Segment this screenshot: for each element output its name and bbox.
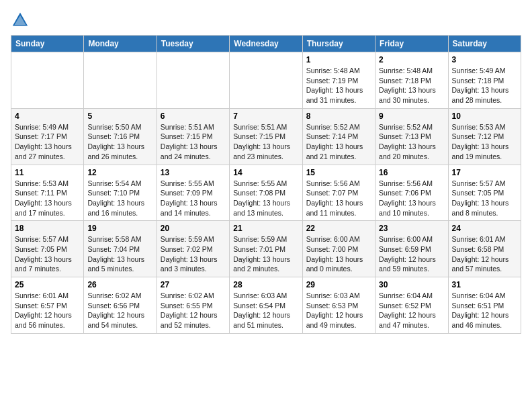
day-number: 8 (306, 111, 371, 121)
day-cell: 27Sunrise: 6:02 AM Sunset: 6:55 PM Dayli… (157, 277, 229, 334)
day-cell: 9Sunrise: 5:52 AM Sunset: 7:13 PM Daylig… (375, 108, 448, 165)
day-number: 22 (306, 224, 371, 233)
day-info: Sunrise: 6:00 AM Sunset: 7:00 PM Dayligh… (306, 234, 371, 274)
day-number: 7 (233, 111, 298, 121)
day-info: Sunrise: 5:57 AM Sunset: 7:05 PM Dayligh… (452, 179, 517, 218)
day-cell: 13Sunrise: 5:55 AM Sunset: 7:09 PM Dayli… (157, 165, 229, 221)
day-number: 4 (15, 111, 80, 121)
header-row: SundayMondayTuesdayWednesdayThursdayFrid… (11, 36, 521, 52)
day-cell: 23Sunrise: 6:00 AM Sunset: 6:59 PM Dayli… (375, 221, 448, 277)
day-number: 23 (379, 224, 444, 233)
day-cell: 20Sunrise: 5:59 AM Sunset: 7:02 PM Dayli… (157, 221, 229, 277)
day-info: Sunrise: 6:02 AM Sunset: 6:55 PM Dayligh… (161, 291, 226, 330)
day-info: Sunrise: 5:57 AM Sunset: 7:05 PM Dayligh… (15, 234, 80, 274)
day-number: 18 (15, 224, 80, 233)
day-info: Sunrise: 6:04 AM Sunset: 6:51 PM Dayligh… (452, 291, 517, 330)
day-cell: 12Sunrise: 5:54 AM Sunset: 7:10 PM Dayli… (84, 165, 157, 221)
day-cell: 19Sunrise: 5:58 AM Sunset: 7:04 PM Dayli… (84, 221, 157, 277)
page-header (11, 11, 521, 30)
day-info: Sunrise: 5:50 AM Sunset: 7:16 PM Dayligh… (87, 122, 152, 162)
day-number: 13 (161, 168, 226, 177)
day-cell: 14Sunrise: 5:55 AM Sunset: 7:08 PM Dayli… (230, 165, 302, 221)
day-number: 5 (87, 111, 152, 121)
day-cell: 28Sunrise: 6:03 AM Sunset: 6:54 PM Dayli… (230, 277, 302, 334)
day-info: Sunrise: 5:49 AM Sunset: 7:17 PM Dayligh… (15, 122, 80, 162)
day-number: 6 (161, 111, 226, 121)
day-number: 11 (15, 168, 80, 177)
column-header-tuesday: Tuesday (157, 36, 229, 52)
column-header-thursday: Thursday (302, 36, 375, 52)
week-row-2: 4Sunrise: 5:49 AM Sunset: 7:17 PM Daylig… (11, 108, 521, 165)
column-header-wednesday: Wednesday (230, 36, 302, 52)
day-number: 14 (233, 168, 298, 177)
day-cell: 25Sunrise: 6:01 AM Sunset: 6:57 PM Dayli… (11, 277, 84, 334)
day-cell: 16Sunrise: 5:56 AM Sunset: 7:06 PM Dayli… (375, 165, 448, 221)
day-cell: 22Sunrise: 6:00 AM Sunset: 7:00 PM Dayli… (302, 221, 375, 277)
day-info: Sunrise: 6:01 AM Sunset: 6:57 PM Dayligh… (15, 291, 80, 330)
day-info: Sunrise: 6:02 AM Sunset: 6:56 PM Dayligh… (87, 291, 152, 330)
day-info: Sunrise: 5:54 AM Sunset: 7:10 PM Dayligh… (87, 179, 152, 218)
day-cell (157, 52, 229, 109)
day-number: 28 (233, 280, 298, 289)
day-cell: 7Sunrise: 5:51 AM Sunset: 7:15 PM Daylig… (230, 108, 302, 165)
day-info: Sunrise: 5:58 AM Sunset: 7:04 PM Dayligh… (87, 234, 152, 274)
day-info: Sunrise: 5:56 AM Sunset: 7:06 PM Dayligh… (379, 179, 444, 218)
day-info: Sunrise: 6:00 AM Sunset: 6:59 PM Dayligh… (379, 234, 444, 274)
day-cell: 8Sunrise: 5:52 AM Sunset: 7:14 PM Daylig… (302, 108, 375, 165)
week-row-3: 11Sunrise: 5:53 AM Sunset: 7:11 PM Dayli… (11, 165, 521, 221)
day-number: 26 (87, 280, 152, 289)
day-cell: 2Sunrise: 5:48 AM Sunset: 7:18 PM Daylig… (375, 52, 448, 109)
day-cell: 17Sunrise: 5:57 AM Sunset: 7:05 PM Dayli… (448, 165, 521, 221)
day-cell: 10Sunrise: 5:53 AM Sunset: 7:12 PM Dayli… (448, 108, 521, 165)
day-info: Sunrise: 6:01 AM Sunset: 6:58 PM Dayligh… (452, 234, 517, 274)
day-number: 9 (379, 111, 444, 121)
day-number: 20 (161, 224, 226, 233)
week-row-5: 25Sunrise: 6:01 AM Sunset: 6:57 PM Dayli… (11, 277, 521, 334)
day-cell: 31Sunrise: 6:04 AM Sunset: 6:51 PM Dayli… (448, 277, 521, 334)
day-number: 29 (306, 280, 371, 289)
week-row-1: 1Sunrise: 5:48 AM Sunset: 7:19 PM Daylig… (11, 52, 521, 109)
day-info: Sunrise: 5:51 AM Sunset: 7:15 PM Dayligh… (161, 122, 226, 162)
day-info: Sunrise: 5:59 AM Sunset: 7:01 PM Dayligh… (233, 234, 298, 274)
day-info: Sunrise: 5:52 AM Sunset: 7:14 PM Dayligh… (306, 122, 371, 162)
day-info: Sunrise: 5:59 AM Sunset: 7:02 PM Dayligh… (161, 234, 226, 274)
day-number: 3 (452, 55, 517, 64)
day-info: Sunrise: 6:04 AM Sunset: 6:52 PM Dayligh… (379, 291, 444, 330)
day-cell: 30Sunrise: 6:04 AM Sunset: 6:52 PM Dayli… (375, 277, 448, 334)
day-number: 10 (452, 111, 517, 121)
day-cell: 15Sunrise: 5:56 AM Sunset: 7:07 PM Dayli… (302, 165, 375, 221)
day-cell: 21Sunrise: 5:59 AM Sunset: 7:01 PM Dayli… (230, 221, 302, 277)
day-info: Sunrise: 6:03 AM Sunset: 6:53 PM Dayligh… (306, 291, 371, 330)
day-info: Sunrise: 5:53 AM Sunset: 7:11 PM Dayligh… (15, 179, 80, 218)
day-cell: 26Sunrise: 6:02 AM Sunset: 6:56 PM Dayli… (84, 277, 157, 334)
day-number: 27 (161, 280, 226, 289)
day-cell: 18Sunrise: 5:57 AM Sunset: 7:05 PM Dayli… (11, 221, 84, 277)
day-cell: 29Sunrise: 6:03 AM Sunset: 6:53 PM Dayli… (302, 277, 375, 334)
day-number: 31 (452, 280, 517, 289)
day-cell (230, 52, 302, 109)
day-number: 25 (15, 280, 80, 289)
day-number: 16 (379, 168, 444, 177)
column-header-saturday: Saturday (448, 36, 521, 52)
day-cell: 4Sunrise: 5:49 AM Sunset: 7:17 PM Daylig… (11, 108, 84, 165)
day-cell: 5Sunrise: 5:50 AM Sunset: 7:16 PM Daylig… (84, 108, 157, 165)
day-number: 21 (233, 224, 298, 233)
day-number: 1 (306, 55, 371, 64)
day-info: Sunrise: 5:48 AM Sunset: 7:19 PM Dayligh… (306, 66, 371, 105)
day-cell: 3Sunrise: 5:49 AM Sunset: 7:18 PM Daylig… (448, 52, 521, 109)
day-info: Sunrise: 5:49 AM Sunset: 7:18 PM Dayligh… (452, 66, 517, 105)
column-header-monday: Monday (84, 36, 157, 52)
column-header-sunday: Sunday (11, 36, 84, 52)
day-number: 30 (379, 280, 444, 289)
day-number: 2 (379, 55, 444, 64)
day-info: Sunrise: 5:55 AM Sunset: 7:08 PM Dayligh… (233, 179, 298, 218)
day-info: Sunrise: 5:51 AM Sunset: 7:15 PM Dayligh… (233, 122, 298, 162)
day-info: Sunrise: 5:55 AM Sunset: 7:09 PM Dayligh… (161, 179, 226, 218)
day-info: Sunrise: 5:53 AM Sunset: 7:12 PM Dayligh… (452, 122, 517, 162)
week-row-4: 18Sunrise: 5:57 AM Sunset: 7:05 PM Dayli… (11, 221, 521, 277)
logo (11, 11, 32, 30)
column-header-friday: Friday (375, 36, 448, 52)
day-info: Sunrise: 5:52 AM Sunset: 7:13 PM Dayligh… (379, 122, 444, 162)
day-cell: 6Sunrise: 5:51 AM Sunset: 7:15 PM Daylig… (157, 108, 229, 165)
day-number: 24 (452, 224, 517, 233)
